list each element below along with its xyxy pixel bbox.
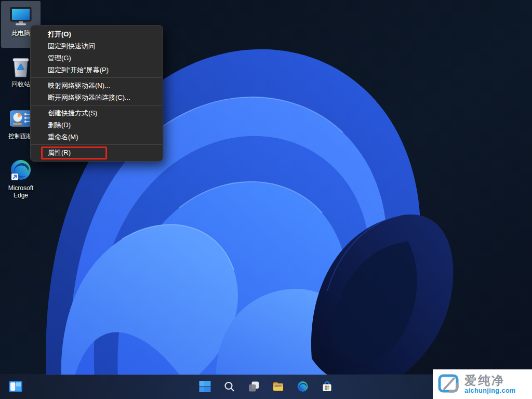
task-view-icon	[248, 380, 260, 394]
microsoft-store-icon	[321, 380, 334, 394]
desktop-icon-label: 控制面板	[8, 132, 33, 140]
desktop-icon-label: Microsoft Edge	[1, 184, 41, 199]
menu-item-properties[interactable]: 属性(R)	[31, 147, 163, 158]
this-pc-icon	[8, 3, 33, 28]
recycle-bin-icon	[8, 54, 33, 79]
widgets-icon	[8, 379, 23, 395]
menu-item-pin-quick-access[interactable]: 固定到快速访问	[31, 40, 163, 52]
file-explorer-icon	[272, 380, 285, 394]
start-button[interactable]	[198, 377, 212, 397]
edge-taskbar-icon	[297, 380, 309, 394]
menu-item-disconnect-network-drive[interactable]: 断开网络驱动器的连接(C)...	[31, 91, 163, 103]
search-button[interactable]	[222, 377, 237, 397]
menu-item-rename[interactable]: 重命名(M)	[31, 131, 163, 143]
menu-separator	[31, 144, 162, 145]
task-view-button[interactable]	[247, 377, 261, 397]
edge-button[interactable]	[296, 377, 310, 397]
menu-separator	[31, 105, 162, 105]
menu-item-delete[interactable]: 删除(D)	[31, 119, 163, 131]
widgets-button[interactable]	[5, 375, 26, 399]
desktop: 此电脑 回收站	[0, 0, 532, 399]
menu-item-open[interactable]: 打开(O)	[31, 28, 163, 40]
watermark: 爱纯净 aichunjing.com	[433, 369, 532, 399]
desktop-icon-label: 回收站	[11, 81, 30, 88]
menu-item-pin-to-start[interactable]: 固定到“开始”屏幕(P)	[31, 64, 163, 76]
control-panel-icon	[8, 106, 33, 131]
watermark-domain: aichunjing.com	[464, 388, 516, 394]
menu-item-map-network-drive[interactable]: 映射网络驱动器(N)...	[31, 79, 163, 91]
aichunjing-logo	[437, 373, 461, 396]
menu-separator	[31, 77, 162, 78]
desktop-icon-label: 此电脑	[11, 30, 30, 37]
edge-icon	[8, 158, 33, 183]
start-icon	[199, 380, 211, 394]
search-icon	[223, 380, 236, 394]
menu-item-manage[interactable]: 管理(G)	[31, 52, 163, 64]
file-explorer-button[interactable]	[271, 377, 286, 397]
desktop-icon-edge[interactable]: Microsoft Edge	[1, 156, 41, 203]
watermark-text: 爱纯净 aichunjing.com	[464, 375, 516, 394]
microsoft-store-button[interactable]	[320, 377, 335, 397]
watermark-brand: 爱纯净	[464, 375, 516, 387]
menu-item-create-shortcut[interactable]: 创建快捷方式(S)	[31, 107, 163, 119]
taskbar-center-icons	[198, 375, 335, 399]
context-menu: 打开(O) 固定到快速访问 管理(G) 固定到“开始”屏幕(P) 映射网络驱动器…	[30, 25, 163, 162]
